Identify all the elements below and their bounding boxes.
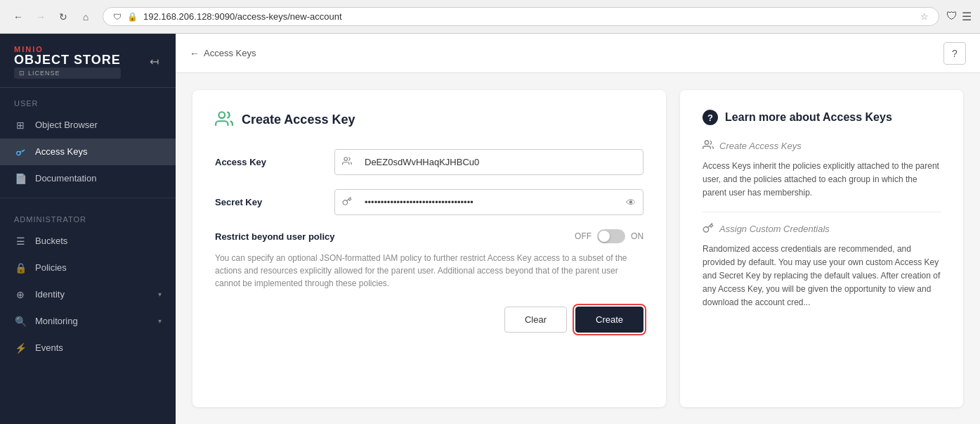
credentials-section-icon bbox=[703, 222, 714, 236]
policies-icon: 🔒 bbox=[14, 262, 27, 274]
sidebar-item-label: Object Browser bbox=[35, 120, 162, 130]
credentials-section-title: Assign Custom Credentials bbox=[719, 224, 830, 234]
info-card-title: ? Learn more about Access Keys bbox=[703, 110, 941, 125]
main-content: ← Access Keys ? Crea bbox=[176, 34, 980, 424]
security-icon: 🛡 bbox=[113, 12, 122, 22]
sidebar-item-documentation[interactable]: 📄 Documentation bbox=[0, 165, 176, 192]
menu-icon[interactable]: ☰ bbox=[962, 10, 972, 23]
breadcrumb-label[interactable]: Access Keys bbox=[204, 48, 256, 58]
sidebar-item-object-browser[interactable]: ⊞ Object Browser bbox=[0, 112, 176, 139]
sidebar-section-administrator: Administrator bbox=[0, 204, 176, 228]
svg-point-2 bbox=[344, 158, 348, 161]
key-icon bbox=[335, 196, 359, 208]
restrict-policy-row: Restrict beyond user policy OFF ON You c… bbox=[215, 229, 643, 290]
main-card: Create Access Key Access Key bbox=[192, 90, 666, 407]
logo-left: MINIO OBJECT STORE ⊡ LICENSE bbox=[14, 45, 121, 79]
events-icon: ⚡ bbox=[14, 342, 27, 354]
top-bar: ← Access Keys ? bbox=[176, 34, 980, 73]
info-section-create-title: Create Access Keys bbox=[703, 139, 941, 153]
create-keys-section-text: Access Keys inherit the policies explici… bbox=[703, 160, 941, 200]
create-access-key-icon bbox=[215, 110, 235, 129]
access-keys-icon bbox=[14, 146, 27, 158]
sidebar-item-access-keys[interactable]: Access Keys bbox=[0, 139, 176, 165]
browser-chrome: ← → ↻ ⌂ 🛡 🔒 192.168.206.128:9090/access-… bbox=[0, 0, 980, 34]
create-keys-section-icon bbox=[703, 139, 714, 153]
credentials-section-text: Randomized access credentials are recomm… bbox=[703, 243, 941, 310]
info-section-credentials: Assign Custom Credentials Randomized acc… bbox=[703, 222, 941, 310]
sidebar-item-label: Monitoring bbox=[35, 316, 150, 326]
buttons-row: Clear Create bbox=[215, 307, 643, 333]
svg-point-3 bbox=[705, 141, 708, 144]
sidebar-item-label: Identity bbox=[35, 289, 150, 300]
browser-actions: 🛡 ☰ bbox=[946, 10, 972, 23]
sidebar-item-identity[interactable]: ⊕ Identity ▾ bbox=[0, 281, 176, 308]
app-layout: MINIO OBJECT STORE ⊡ LICENSE ↤ User ⊞ Ob… bbox=[0, 34, 980, 424]
sidebar-item-label: Documentation bbox=[35, 173, 162, 184]
lock-icon: 🔒 bbox=[127, 12, 138, 22]
access-key-label: Access Key bbox=[215, 157, 320, 167]
clear-button[interactable]: Clear bbox=[504, 307, 567, 333]
sidebar-divider bbox=[0, 198, 176, 198]
address-bar[interactable]: 🛡 🔒 192.168.206.128:9090/access-keys/new… bbox=[103, 7, 939, 26]
sidebar-logo: MINIO OBJECT STORE ⊡ LICENSE ↤ bbox=[14, 45, 162, 79]
sidebar-item-events[interactable]: ⚡ Events bbox=[0, 335, 176, 361]
logo-license: ⊡ LICENSE bbox=[14, 68, 121, 79]
collapse-sidebar-button[interactable]: ↤ bbox=[147, 52, 162, 71]
access-key-input[interactable] bbox=[359, 150, 643, 174]
secret-key-group: Secret Key 👁 bbox=[215, 189, 643, 215]
back-arrow-icon[interactable]: ← bbox=[190, 48, 200, 59]
card-title-text: Create Access Key bbox=[242, 113, 355, 127]
identity-icon: ⊕ bbox=[14, 288, 27, 301]
restrict-policy-description: You can specify an optional JSON-formatt… bbox=[215, 252, 643, 290]
info-section-create: Create Access Keys Access Keys inherit t… bbox=[703, 139, 941, 200]
help-button[interactable]: ? bbox=[943, 42, 966, 65]
info-card: ? Learn more about Access Keys Create Ac… bbox=[680, 90, 963, 407]
back-button[interactable]: ← bbox=[8, 7, 28, 27]
forward-button[interactable]: → bbox=[31, 7, 51, 27]
chevron-down-icon: ▾ bbox=[158, 317, 162, 325]
info-section-credentials-title: Assign Custom Credentials bbox=[703, 222, 941, 236]
sidebar-item-label: Access Keys bbox=[35, 146, 162, 157]
sidebar-header: MINIO OBJECT STORE ⊡ LICENSE ↤ bbox=[0, 34, 176, 88]
sidebar-item-label: Events bbox=[35, 342, 162, 353]
sidebar-section-user: User bbox=[0, 88, 176, 112]
secret-key-input-wrapper: 👁 bbox=[334, 189, 643, 215]
toggle-thumb bbox=[599, 231, 610, 242]
info-divider bbox=[703, 212, 941, 212]
sidebar-item-label: Policies bbox=[35, 262, 162, 273]
nav-buttons: ← → ↻ ⌂ bbox=[8, 7, 96, 27]
bookmark-icon[interactable]: ☆ bbox=[920, 11, 929, 22]
question-mark-icon: ? bbox=[952, 48, 958, 59]
access-key-input-wrapper bbox=[334, 149, 643, 175]
svg-point-0 bbox=[17, 151, 20, 155]
monitoring-icon: 🔍 bbox=[14, 315, 27, 328]
url-text: 192.168.206.128:9090/access-keys/new-acc… bbox=[143, 11, 915, 22]
sidebar-item-label: Buckets bbox=[35, 236, 162, 246]
reload-button[interactable]: ↻ bbox=[53, 7, 73, 27]
access-key-group: Access Key bbox=[215, 149, 643, 175]
card-title: Create Access Key bbox=[215, 110, 643, 129]
breadcrumb: ← Access Keys bbox=[190, 48, 256, 59]
restrict-policy-toggle[interactable] bbox=[597, 229, 625, 243]
create-keys-section-title: Create Access Keys bbox=[719, 141, 802, 151]
toggle-on-label: ON bbox=[631, 231, 643, 241]
toggle-group: OFF ON bbox=[575, 229, 643, 243]
sidebar-item-monitoring[interactable]: 🔍 Monitoring ▾ bbox=[0, 308, 176, 335]
show-password-icon[interactable]: 👁 bbox=[619, 197, 643, 208]
secret-key-input[interactable] bbox=[359, 190, 619, 214]
documentation-icon: 📄 bbox=[14, 172, 27, 185]
sidebar-item-buckets[interactable]: ☰ Buckets bbox=[0, 228, 176, 255]
home-button[interactable]: ⌂ bbox=[76, 7, 96, 27]
object-browser-icon: ⊞ bbox=[14, 119, 27, 131]
sidebar: MINIO OBJECT STORE ⊡ LICENSE ↤ User ⊞ Ob… bbox=[0, 34, 176, 424]
shield-action-icon[interactable]: 🛡 bbox=[946, 10, 958, 23]
create-button[interactable]: Create bbox=[575, 307, 643, 333]
sidebar-item-policies[interactable]: 🔒 Policies bbox=[0, 255, 176, 281]
restrict-policy-header: Restrict beyond user policy OFF ON bbox=[215, 229, 643, 243]
secret-key-label: Secret Key bbox=[215, 197, 320, 207]
logo-title: OBJECT STORE bbox=[14, 53, 121, 68]
chevron-down-icon: ▾ bbox=[158, 290, 162, 298]
content-area: Create Access Key Access Key bbox=[176, 73, 980, 424]
restrict-policy-label: Restrict beyond user policy bbox=[215, 231, 575, 242]
license-label: LICENSE bbox=[28, 70, 60, 77]
